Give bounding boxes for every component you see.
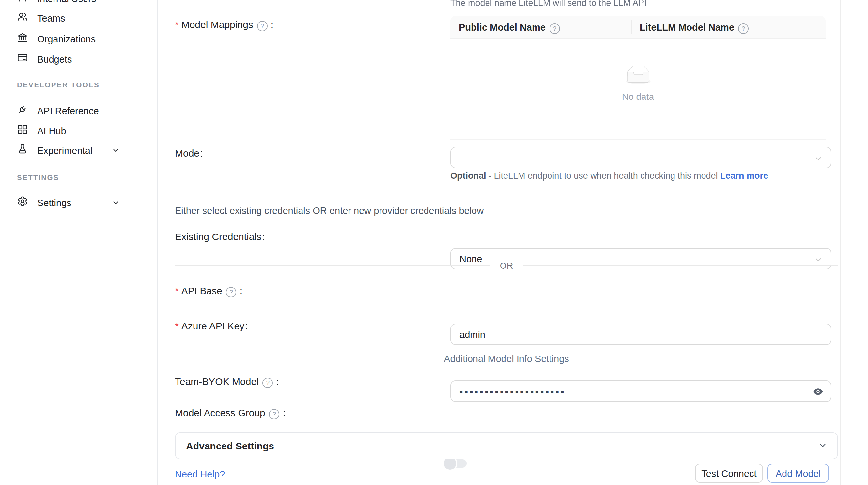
required-asterisk: * xyxy=(175,320,179,333)
no-data-text: No data xyxy=(450,91,826,102)
model-mappings-label: * Model Mappings : xyxy=(175,18,274,31)
api-plug-icon xyxy=(17,104,28,118)
flask-icon xyxy=(17,143,28,157)
learn-more-link[interactable]: Learn more xyxy=(720,171,768,181)
sidebar-item-label: Teams xyxy=(37,13,65,23)
mode-optional-note: Optional - LiteLLM endpoint to use when … xyxy=(450,168,832,183)
required-asterisk: * xyxy=(175,284,179,297)
sidebar-item-internal-users[interactable]: Internal Users xyxy=(0,0,147,8)
test-connect-button[interactable]: Test Connect xyxy=(695,464,763,483)
credentials-note: Either select existing credentials OR en… xyxy=(175,205,484,216)
sidebar: Internal Users Teams Organizations Budge… xyxy=(0,0,158,485)
additional-model-info-divider: Additional Model Info Settings xyxy=(175,354,838,364)
help-circle-icon[interactable] xyxy=(257,21,268,31)
azure-api-key-masked-value[interactable]: ••••••••••••••••••••• xyxy=(460,386,566,397)
eye-icon[interactable] xyxy=(812,386,824,397)
model-access-group-label: Model Access Group : xyxy=(175,407,285,419)
advanced-settings-panel[interactable]: Advanced Settings xyxy=(175,432,838,459)
optional-text: - LiteLLM endpoint to use when health ch… xyxy=(489,171,718,181)
sidebar-item-label: Settings xyxy=(37,197,71,208)
sidebar-item-organizations[interactable]: Organizations xyxy=(0,29,147,49)
help-circle-icon[interactable] xyxy=(226,287,237,297)
api-base-label: * API Base : xyxy=(175,284,243,297)
help-circle-icon[interactable] xyxy=(263,378,273,388)
bank-icon xyxy=(17,32,28,46)
table-header-public-model-name: Public Model Name xyxy=(450,22,631,32)
chevron-down-icon xyxy=(818,440,827,452)
table-footer-border xyxy=(450,139,826,139)
sidebar-item-budgets[interactable]: Budgets xyxy=(0,49,147,69)
sidebar-item-label: API Reference xyxy=(37,105,99,116)
sidebar-section-settings: SETTINGS xyxy=(17,173,59,181)
azure-api-key-field: ••••••••••••••••••••• xyxy=(450,380,832,402)
sidebar-item-label: AI Hub xyxy=(37,126,66,136)
sidebar-item-settings[interactable]: Settings xyxy=(0,192,147,213)
chevron-down-icon xyxy=(112,147,119,154)
table-bottom-border xyxy=(450,127,826,127)
sidebar-item-teams[interactable]: Teams xyxy=(0,8,147,28)
required-asterisk: * xyxy=(175,18,179,31)
help-circle-icon[interactable] xyxy=(550,23,560,34)
mode-select[interactable] xyxy=(450,147,832,168)
content-right-divider xyxy=(840,0,841,485)
help-circle-icon[interactable] xyxy=(269,409,280,419)
gear-icon xyxy=(17,196,28,209)
litellm-model-name-description: The model name LiteLLM will send to the … xyxy=(450,0,832,9)
help-circle-icon[interactable] xyxy=(738,23,749,34)
or-divider: OR xyxy=(175,261,838,271)
table-empty-state: No data xyxy=(450,65,826,102)
sidebar-item-api-reference[interactable]: API Reference xyxy=(0,100,147,121)
empty-box-icon xyxy=(623,65,653,85)
user-icon xyxy=(17,0,28,5)
optional-bold: Optional xyxy=(450,171,486,181)
appstore-grid-icon xyxy=(17,124,28,138)
sidebar-item-ai-hub[interactable]: AI Hub xyxy=(0,121,147,141)
sidebar-item-experimental[interactable]: Experimental xyxy=(0,140,147,160)
column-divider xyxy=(631,20,632,34)
add-model-button[interactable]: Add Model xyxy=(768,464,829,483)
additional-model-info-divider-text: Additional Model Info Settings xyxy=(434,354,579,364)
model-mappings-table: Public Model Name LiteLLM Model Name xyxy=(450,15,826,39)
credit-card-icon xyxy=(17,52,28,66)
add-model-page: Internal Users Teams Organizations Budge… xyxy=(0,0,868,485)
table-header-row: Public Model Name LiteLLM Model Name xyxy=(450,15,826,39)
chevron-down-icon xyxy=(112,199,119,206)
azure-api-key-label: * Azure API Key : xyxy=(175,320,248,333)
sidebar-item-label: Organizations xyxy=(37,34,96,44)
add-model-form: The model name LiteLLM will send to the … xyxy=(158,0,868,485)
sidebar-item-label: Experimental xyxy=(37,145,92,156)
mode-label: Mode: xyxy=(175,147,203,160)
sidebar-item-label: Budgets xyxy=(37,54,72,64)
existing-credentials-label: Existing Credentials: xyxy=(175,230,265,243)
chevron-down-icon xyxy=(814,154,822,164)
sidebar-item-label: Internal Users xyxy=(37,0,96,4)
advanced-settings-title: Advanced Settings xyxy=(186,440,274,451)
or-divider-text: OR xyxy=(490,261,523,271)
need-help-link[interactable]: Need Help? xyxy=(175,469,225,480)
team-byok-label: Team-BYOK Model : xyxy=(175,375,279,388)
api-base-field xyxy=(450,324,832,345)
team-icon xyxy=(17,11,28,25)
api-base-input[interactable] xyxy=(460,329,822,340)
sidebar-section-developer-tools: DEVELOPER TOOLS xyxy=(17,81,99,89)
table-header-litellm-model-name: LiteLLM Model Name xyxy=(631,22,751,32)
